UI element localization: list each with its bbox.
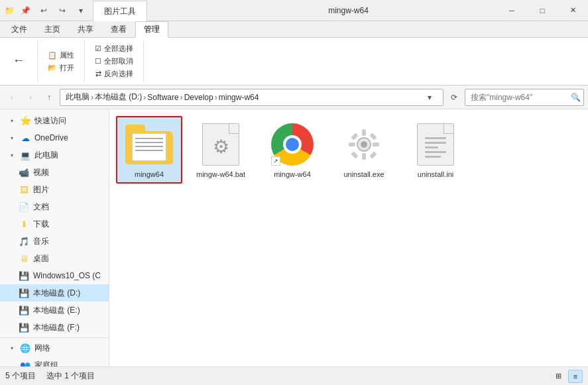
file-item-chrome[interactable]: ↗ mingw-w64	[259, 116, 325, 184]
expand-icon-network: ▾	[8, 345, 16, 351]
ribbon-tab-bar: 文件 主页 共享 查看 管理	[0, 21, 588, 37]
tab-share[interactable]: 共享	[69, 21, 102, 37]
sidebar-item-drive-c[interactable]: 💾 Windows10_OS (C	[0, 267, 109, 284]
close-button[interactable]: ✕	[558, 0, 588, 21]
quick-access-toolbar-undo[interactable]: ↩	[36, 3, 52, 19]
refresh-button[interactable]: ▾	[422, 89, 438, 105]
sidebar-label-family: 家庭组	[34, 360, 58, 367]
svg-rect-8	[351, 151, 358, 158]
window-title: mingw-w64	[147, 0, 497, 21]
exe-icon-area	[337, 121, 390, 168]
file-grid: mingw64 ⚙ mingw-w64.bat	[116, 116, 581, 184]
family-icon: 👥	[20, 360, 30, 366]
folder-icon-area	[123, 121, 176, 168]
address-box[interactable]: 此电脑 › 本地磁盘 (D:) › Software › Develop › m…	[60, 89, 443, 106]
svg-rect-6	[351, 133, 358, 140]
tab-file[interactable]: 文件	[3, 21, 36, 37]
select-all-icon: ☑	[95, 44, 101, 53]
sidebar-item-music[interactable]: 🎵 音乐	[0, 233, 109, 250]
ribbon-group-nav: ←	[5, 40, 38, 82]
thispc-icon: 💻	[20, 150, 30, 160]
tab-picture-tools-label: 图片工具	[104, 6, 136, 17]
tab-picture-tools[interactable]: 图片工具	[93, 1, 147, 21]
sidebar-item-thispc[interactable]: ▾ 💻 此电脑	[0, 146, 109, 164]
ribbon: 文件 主页 共享 查看 管理 ← 📋 属性 📂 打开 ☑ 全部选	[0, 21, 588, 85]
drive-f-icon: 💾	[19, 322, 29, 333]
sidebar-item-videos[interactable]: 📹 视频	[0, 164, 109, 181]
sidebar-item-documents[interactable]: 📄 文档	[0, 198, 109, 215]
sidebar: ▾ ⭐ 快速访问 ▾ ☁ OneDrive ▾ 💻 此电脑 📹 视频 🖼 图片 …	[0, 109, 109, 366]
sidebar-item-drive-d[interactable]: 💾 本地磁盘 (D:)	[0, 284, 109, 302]
drive-d-icon: 💾	[19, 288, 29, 298]
sidebar-item-pictures[interactable]: 🖼 图片	[0, 181, 109, 198]
ini-lines	[425, 137, 446, 158]
tab-manage[interactable]: 管理	[135, 21, 168, 38]
breadcrumb-thispc[interactable]: 此电脑	[66, 91, 89, 103]
item-count: 5 个项目	[5, 370, 36, 382]
breadcrumb-d[interactable]: 本地磁盘 (D:)	[95, 91, 142, 103]
title-bar-left: 📁 📌 ↩ ↪ ▾	[0, 0, 93, 21]
quick-access-toolbar-pin[interactable]: 📌	[17, 3, 33, 19]
expand-icon-thispc: ▾	[8, 152, 16, 158]
sidebar-item-downloads[interactable]: ⬇ 下载	[0, 215, 109, 233]
address-bar-area: ‹ › ↑ 此电脑 › 本地磁盘 (D:) › Software › Devel…	[0, 85, 588, 109]
sidebar-item-quick-access[interactable]: ▾ ⭐ 快速访问	[0, 112, 109, 129]
music-icon: 🎵	[19, 236, 29, 247]
minimize-button[interactable]: ─	[497, 0, 527, 21]
videos-icon: 📹	[19, 167, 29, 178]
file-name-bat: mingw-w64.bat	[196, 170, 245, 178]
ribbon-btn-back[interactable]: ←	[5, 51, 32, 72]
search-box[interactable]: 🔍	[465, 89, 584, 106]
sidebar-item-network[interactable]: ▾ 🌐 网络	[0, 339, 109, 357]
file-item-exe[interactable]: uninstall.exe	[331, 116, 397, 184]
documents-icon: 📄	[19, 201, 29, 212]
maximize-button[interactable]: □	[527, 0, 558, 21]
ini-icon-area	[409, 121, 462, 168]
sidebar-item-drive-e[interactable]: 💾 本地磁盘 (E:)	[0, 302, 109, 319]
nav-up-button[interactable]: ↑	[41, 89, 57, 105]
tab-home[interactable]: 主页	[36, 21, 69, 37]
window-controls: ─ □ ✕	[497, 0, 588, 21]
nav-back-button[interactable]: ‹	[4, 89, 20, 105]
file-item-bat[interactable]: ⚙ mingw-w64.bat	[188, 116, 254, 184]
quick-access-toolbar-redo[interactable]: ↪	[54, 3, 70, 19]
downloads-icon: ⬇	[19, 219, 29, 229]
svg-rect-4	[349, 142, 355, 146]
view-details-button[interactable]: ≡	[568, 370, 583, 383]
sidebar-item-drive-f[interactable]: 💾 本地磁盘 (F:)	[0, 319, 109, 336]
file-item-mingw64[interactable]: mingw64	[116, 116, 182, 184]
quick-access-icon: ⭐	[20, 115, 30, 126]
exe-gear-svg	[346, 127, 382, 162]
quick-access-toolbar-dropdown[interactable]: ▾	[73, 3, 89, 19]
open-icon: 📂	[48, 64, 57, 72]
sidebar-item-desktop[interactable]: 🖥 桌面	[0, 250, 109, 267]
ribbon-btn-properties[interactable]: 📋 属性	[43, 49, 79, 62]
ribbon-btn-open[interactable]: 📂 打开	[43, 62, 79, 74]
sidebar-label-onedrive: OneDrive	[34, 133, 68, 142]
ribbon-btn-select-all[interactable]: ☑ 全部选择	[90, 42, 138, 55]
breadcrumb-software[interactable]: Software	[147, 93, 178, 102]
tab-view[interactable]: 查看	[102, 21, 135, 37]
status-right: ⊞ ≡	[551, 370, 583, 383]
search-input[interactable]	[471, 93, 571, 102]
sidebar-item-family[interactable]: 👥 家庭组	[0, 357, 109, 366]
svg-point-1	[361, 141, 367, 148]
nav-forward-button[interactable]: ›	[23, 89, 38, 105]
status-left: 5 个项目 选中 1 个项目	[5, 370, 95, 382]
ribbon-content: ← 📋 属性 📂 打开 ☑ 全部选择 ☐ 全部取消 ⇄	[0, 37, 588, 85]
file-item-ini[interactable]: uninstall.ini	[402, 116, 469, 184]
svg-rect-7	[369, 133, 377, 140]
desktop-icon: 🖥	[19, 253, 29, 264]
ribbon-btn-select-none[interactable]: ☐ 全部取消	[90, 55, 138, 68]
sidebar-item-onedrive[interactable]: ▾ ☁ OneDrive	[0, 129, 109, 146]
svg-rect-2	[362, 129, 366, 136]
ribbon-group-open: 📋 属性 📂 打开	[43, 40, 85, 82]
status-bar: 5 个项目 选中 1 个项目 ⊞ ≡	[0, 366, 588, 385]
breadcrumb-mingw[interactable]: mingw-w64	[219, 93, 259, 102]
file-name-ini: uninstall.ini	[418, 170, 453, 178]
file-name-exe: uninstall.exe	[343, 170, 384, 178]
breadcrumb-develop[interactable]: Develop	[184, 93, 213, 102]
view-large-icon-button[interactable]: ⊞	[551, 370, 565, 383]
ribbon-btn-invert[interactable]: ⇄ 反向选择	[91, 68, 138, 80]
address-refresh-button[interactable]: ⟳	[446, 89, 462, 105]
